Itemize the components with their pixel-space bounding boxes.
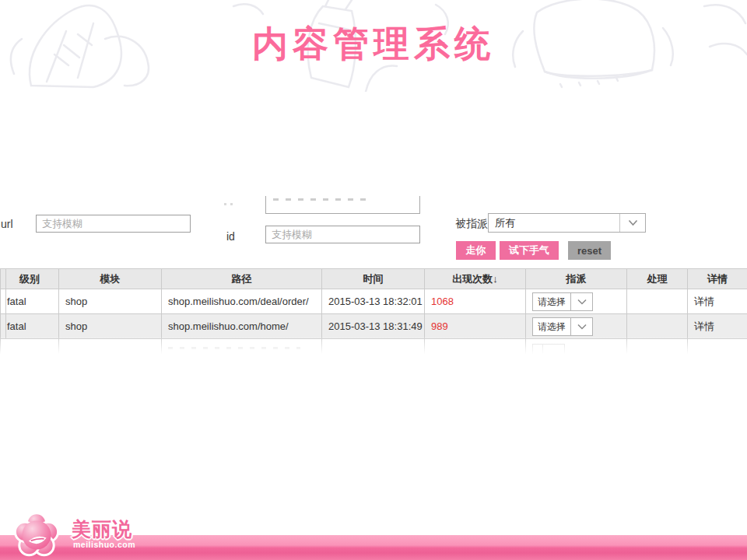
cropped-label-remnant [224,203,235,205]
id-search-input[interactable] [265,226,420,243]
search-submit-button[interactable]: 走你 [456,241,496,260]
table-row-cropped: ​​​ [1,339,747,356]
table-left-crop-border [5,268,6,338]
count-value: 1068 [431,296,454,307]
header-level: 级别 [1,269,59,289]
assignee-filter-label: 被指派 [455,217,488,231]
detail-cell: 详情 [688,314,747,339]
assignee-select[interactable]: 所有 [488,213,646,233]
header-handle: 处理 [627,269,688,289]
cms-page: 内容管理系统 url id 被指派 所有 走你 试下手气 reset 级别 模块… [0,0,747,560]
assign-select-value: 请选择 [533,318,571,335]
header-count-sorted[interactable]: 出现次数↓ [425,269,526,289]
module-cell: shop [59,314,162,339]
time-cell: 2015-03-13 18:32:01 [322,289,425,314]
assign-select-value: 请选择 [533,293,571,310]
detail-link[interactable]: 详情 [694,296,714,307]
level-cell: fatal [1,314,59,339]
handle-cell [627,314,688,339]
path-cell: shop.meilishuo.com/home/ [162,314,322,339]
assign-select[interactable]: 请选择 [532,317,593,336]
level-cell: fatal [1,289,59,314]
meilishuo-logo: 美丽说 meilishuo.com [12,512,145,560]
error-log-table: 级别 模块 路径 时间 出现次数↓ 指派 处理 详情 fatal shop sh… [0,268,747,355]
header-module: 模块 [59,269,162,289]
id-field-label: id [226,230,235,243]
logo-domain-text: meilishuo.com [73,540,135,549]
handle-cell [627,289,688,314]
cropped-assign-select: ​​​ [532,344,565,355]
cropped-input-remnant [265,196,420,214]
url-field-label: url [1,218,13,230]
table-row: fatal shop shop.meilishuo.com/deal/order… [1,289,747,314]
chevron-down-icon [571,324,592,330]
table-header-row: 级别 模块 路径 时间 出现次数↓ 指派 处理 详情 [1,269,747,289]
url-search-input[interactable] [36,215,191,233]
header-time: 时间 [322,269,425,289]
path-cell: shop.meilishuo.com/deal/order/ [162,289,322,314]
chevron-down-icon [571,299,592,305]
count-cell: 989 [425,314,526,339]
assign-cell: 请选择 [526,314,627,339]
header-path: 路径 [162,269,322,289]
assign-cell: 请选择 [526,289,627,314]
assign-select[interactable]: 请选择 [532,292,593,311]
header-assign: 指派 [526,269,627,289]
module-cell: shop [59,289,162,314]
header-detail: 详情 [688,269,747,289]
cropped-text-remnant [273,198,373,201]
page-title: 内容管理系统 [0,20,747,68]
time-cell: 2015-03-13 18:31:49 [322,314,425,339]
table-row: fatal shop shop.meilishuo.com/home/ 2015… [1,314,747,339]
reset-button[interactable]: reset [568,241,611,260]
cropped-text-remnant [168,347,300,349]
assignee-selected-value: 所有 [489,216,515,230]
detail-cell: 详情 [688,289,747,314]
logo-wordmark: 美丽说 [72,516,132,542]
plum-blossom-flower-icon [12,512,61,558]
count-value: 989 [431,320,448,332]
count-cell: 1068 [425,289,526,314]
chevron-down-icon [619,214,645,232]
detail-link[interactable]: 详情 [694,320,714,332]
feeling-lucky-button[interactable]: 试下手气 [500,241,559,260]
